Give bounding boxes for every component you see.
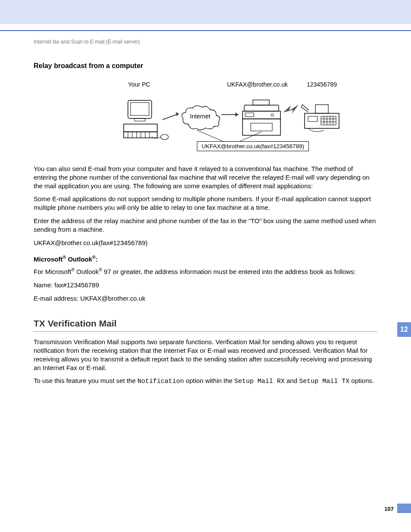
- example-address: UKFAX@brother.co.uk(fax#123456789): [34, 239, 377, 247]
- label-fax-number: 123456789: [307, 81, 337, 88]
- text: 97 or greater, the address information m…: [102, 268, 356, 275]
- svg-rect-25: [308, 116, 318, 121]
- svg-rect-16: [253, 100, 269, 105]
- svg-marker-13: [176, 112, 179, 116]
- svg-rect-24: [315, 105, 328, 113]
- chapter-tab: 12: [397, 322, 411, 337]
- page-content: Internet fax and Scan to E-mail (E-mail …: [0, 31, 411, 386]
- label-internet: Internet: [190, 113, 210, 120]
- section-rule: [34, 331, 377, 332]
- text: options.: [349, 377, 374, 384]
- text: :: [96, 255, 98, 263]
- svg-line-33: [197, 130, 223, 141]
- registered-icon: ®: [92, 255, 96, 260]
- code-text: Setup Mail RX: [234, 378, 285, 385]
- paragraph: You can also send E-mail from your compu…: [34, 165, 377, 190]
- text: and: [285, 377, 299, 384]
- text: For Microsoft: [34, 268, 72, 275]
- breadcrumb-header: Internet fax and Scan to E-mail (E-mail …: [34, 39, 377, 45]
- svg-rect-26: [321, 116, 336, 125]
- section-heading-tx: TX Verification Mail: [34, 318, 377, 329]
- svg-rect-4: [124, 132, 157, 138]
- paragraph: For Microsoft® Outlook® 97 or greater, t…: [34, 267, 377, 276]
- paragraph: Enter the address of the relay machine a…: [34, 217, 377, 234]
- code-text: Setup Mail TX: [299, 378, 349, 385]
- outlook-name-line: Name: fax#123456789: [34, 281, 377, 289]
- top-banner: [0, 0, 411, 24]
- paragraph: Some E-mail applications do not support …: [34, 195, 377, 212]
- svg-rect-3: [124, 124, 157, 132]
- svg-point-20: [271, 114, 274, 116]
- text: option within the: [184, 377, 234, 384]
- svg-rect-0: [128, 100, 152, 118]
- svg-rect-17: [244, 105, 279, 111]
- page-number: 107: [384, 506, 394, 512]
- text: Microsoft: [34, 255, 63, 263]
- svg-marker-15: [235, 112, 239, 117]
- svg-rect-19: [245, 113, 254, 117]
- text: To use this feature you must set the: [34, 377, 137, 384]
- paragraph: To use this feature you must set the Not…: [34, 376, 377, 386]
- svg-line-34: [240, 132, 262, 141]
- registered-icon: ®: [99, 267, 102, 272]
- svg-rect-2: [134, 118, 145, 121]
- subheading-outlook: Microsoft® Outlook®:: [34, 255, 377, 263]
- relay-diagram: Your PC UKFAX@brother.co.uk 123456789: [68, 81, 343, 154]
- svg-rect-1: [131, 103, 149, 115]
- fax-icon: [300, 103, 341, 135]
- combined-address-box: UKFAX@brother.co.uk(fax#123456789): [197, 141, 309, 151]
- paragraph: Transmission Verification Mail supports …: [34, 338, 377, 372]
- label-email: UKFAX@brother.co.uk: [227, 81, 288, 88]
- text: Outlook: [75, 268, 99, 275]
- label-your-pc: Your PC: [128, 81, 150, 88]
- page-number-accent: [397, 504, 411, 513]
- svg-point-11: [161, 134, 168, 140]
- svg-marker-23: [283, 105, 299, 114]
- outlook-email-line: E-mail address: UKFAX@brother.co.uk: [34, 294, 377, 303]
- subheading-relay: Relay broadcast from a computer: [34, 62, 377, 70]
- code-text: Notification: [137, 378, 184, 385]
- svg-rect-18: [243, 111, 280, 119]
- text: Outlook: [66, 255, 92, 263]
